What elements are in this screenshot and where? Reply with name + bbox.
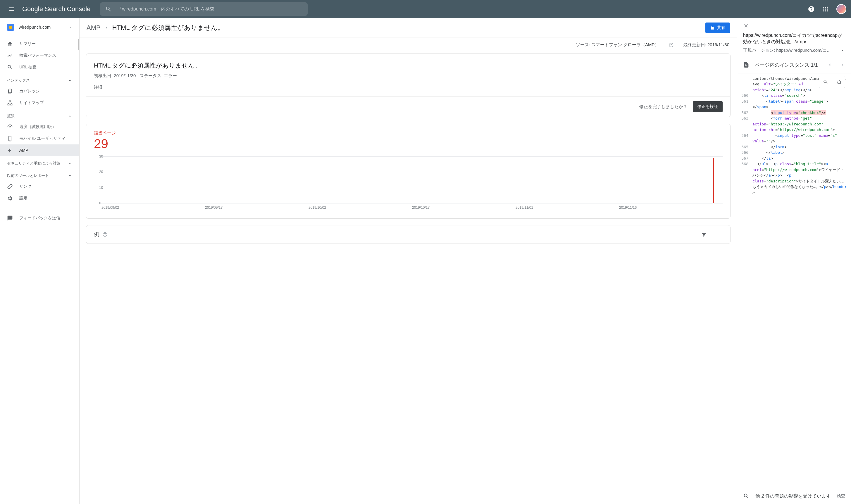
other-issues-label: 他 2 件の問題の影響を受けています (756, 493, 831, 499)
sidebar-item-summary[interactable]: サマリー (0, 38, 79, 50)
validation-prompt: 修正を完了しましたか？ (639, 104, 688, 110)
search-input[interactable] (118, 6, 302, 12)
inspect-link[interactable]: 検査 (837, 493, 845, 499)
breadcrumb-parent[interactable]: AMP (87, 24, 101, 32)
help-icon[interactable] (808, 5, 815, 13)
amp-icon (7, 147, 13, 153)
svg-point-2 (827, 7, 828, 8)
svg-point-13 (10, 127, 11, 127)
sidebar-item-speed[interactable]: 速度（試験運用版） (0, 121, 79, 133)
avatar[interactable] (836, 4, 846, 14)
header-actions (808, 4, 846, 14)
help-outline-icon[interactable] (669, 42, 674, 48)
help-outline-icon[interactable] (102, 232, 108, 237)
svg-rect-9 (9, 89, 12, 93)
section-enhancements[interactable]: 拡張 (0, 109, 79, 121)
download-icon[interactable] (717, 232, 723, 237)
chevron-up-icon (68, 114, 72, 119)
sidebar-item-feedback[interactable]: フィードバックを送信 (0, 212, 79, 224)
find-in-page-icon (743, 62, 749, 68)
section-index[interactable]: インデックス (0, 73, 79, 85)
examples-title: 例 (94, 231, 100, 238)
svg-point-0 (823, 7, 825, 8)
sidebar-item-label: カバレッジ (19, 89, 40, 94)
caret-down-icon (69, 25, 72, 29)
issue-title: HTML タグに必須属性がありません。 (94, 61, 723, 70)
url-inspect-bar[interactable] (100, 2, 308, 16)
close-icon[interactable] (743, 23, 749, 29)
sidebar-item-label: 設定 (19, 196, 28, 201)
sidebar-item-amp[interactable]: AMP (0, 144, 79, 156)
chart-label: 該当ページ (94, 130, 723, 136)
chart-count: 29 (94, 137, 723, 151)
source-info: ソース: スマートフォン クローラ（AMP） (576, 42, 659, 48)
code-tools (819, 76, 845, 88)
svg-point-15 (10, 140, 10, 141)
canonical-row[interactable]: 正規バージョン: https://wiredpunch.com/コ... (743, 48, 845, 53)
logo-google: Google (22, 5, 43, 13)
chevron-up-icon (68, 78, 72, 83)
svg-rect-18 (838, 81, 840, 84)
property-name: wiredpunch.com (19, 24, 64, 30)
product-logo: Google Search Console (22, 5, 91, 13)
code-viewer[interactable]: content/themes/wiredpunch/images/twitter… (737, 73, 851, 488)
feedback-icon (7, 215, 13, 221)
sidebar-item-sitemap[interactable]: サイトマップ (0, 97, 79, 109)
svg-point-3 (823, 8, 825, 10)
sidebar-item-label: フィードバックを送信 (19, 215, 60, 221)
sidebar-item-mobile[interactable]: モバイル ユーザビリティ (0, 133, 79, 144)
copy-icon[interactable] (832, 76, 845, 88)
breadcrumb-bar: AMP HTML タグに必須属性がありません。 共有 (79, 18, 737, 37)
sidebar-item-label: 検索パフォーマンス (19, 53, 56, 58)
menu-icon[interactable] (5, 2, 19, 16)
validate-button[interactable]: 修正を検証 (693, 101, 723, 112)
detail-link[interactable]: 詳細 (94, 85, 102, 90)
search-icon (105, 6, 112, 12)
sidebar-item-label: 速度（試験運用版） (19, 124, 56, 129)
section-legacy[interactable]: 以前のツールとレポート (0, 168, 79, 181)
chevron-down-icon (68, 161, 72, 166)
sidebar-item-performance[interactable]: 検索パフォーマンス (0, 50, 79, 61)
app-header: Google Search Console (0, 0, 851, 18)
svg-rect-12 (11, 104, 12, 105)
chevron-left-icon[interactable] (827, 62, 832, 68)
code-search-icon[interactable] (819, 76, 832, 88)
scrollbar-thumb[interactable] (78, 39, 79, 50)
apps-icon[interactable] (822, 6, 829, 12)
issue-status: ステータス: エラー (140, 73, 177, 78)
detail-panel: https://wiredpunch.com/コイカツでscreencapが効か… (737, 18, 851, 504)
svg-point-8 (827, 11, 828, 12)
sidebar-item-label: サマリー (19, 41, 36, 47)
svg-point-6 (823, 11, 825, 12)
sidebar-item-coverage[interactable]: カバレッジ (0, 85, 79, 97)
chevron-right-icon[interactable] (840, 62, 845, 68)
filter-icon[interactable] (701, 232, 707, 237)
chevron-down-icon (68, 173, 72, 178)
sidebar-item-url-inspect[interactable]: URL 検査 (0, 61, 79, 73)
search-icon (743, 493, 749, 499)
sidebar-item-label: リンク (19, 184, 32, 189)
other-issues-row[interactable]: 他 2 件の問題の影響を受けています 検査 (737, 488, 851, 504)
issue-summary-card: HTML タグに必須属性がありません。 初検出日: 2019/11/30 ステー… (86, 54, 730, 117)
sidebar-item-label: URL 検査 (19, 65, 37, 70)
sidebar-item-label: モバイル ユーザビリティ (19, 136, 66, 141)
svg-rect-10 (10, 101, 11, 102)
home-icon (7, 41, 13, 47)
section-security[interactable]: セキュリティと手動による対策 (0, 156, 79, 168)
share-button[interactable]: 共有 (705, 22, 730, 33)
examples-card: 例 (86, 225, 730, 244)
sidebar-item-settings[interactable]: 設定 (0, 192, 79, 204)
svg-point-4 (825, 8, 826, 10)
main: AMP HTML タグに必須属性がありません。 共有 ソース: スマートフォン … (79, 18, 737, 504)
property-selector[interactable]: wiredpunch.com (0, 18, 79, 36)
link-icon (7, 184, 13, 190)
detail-url: https://wiredpunch.com/コイカツでscreencapが効か… (743, 32, 845, 45)
breadcrumb-current: HTML タグに必須属性がありません。 (112, 23, 224, 32)
sidebar-item-links[interactable]: リンク (0, 181, 79, 192)
instances-label: ページ内のインスタンス 1/1 (755, 62, 822, 68)
lock-icon (710, 25, 715, 30)
chart: 0102030 2019/09/022019/09/172019/10/0220… (94, 157, 723, 215)
sidebar-item-label: サイトマップ (19, 100, 44, 106)
instances-row: ページ内のインスタンス 1/1 (737, 57, 851, 73)
chevron-down-icon (840, 48, 845, 53)
